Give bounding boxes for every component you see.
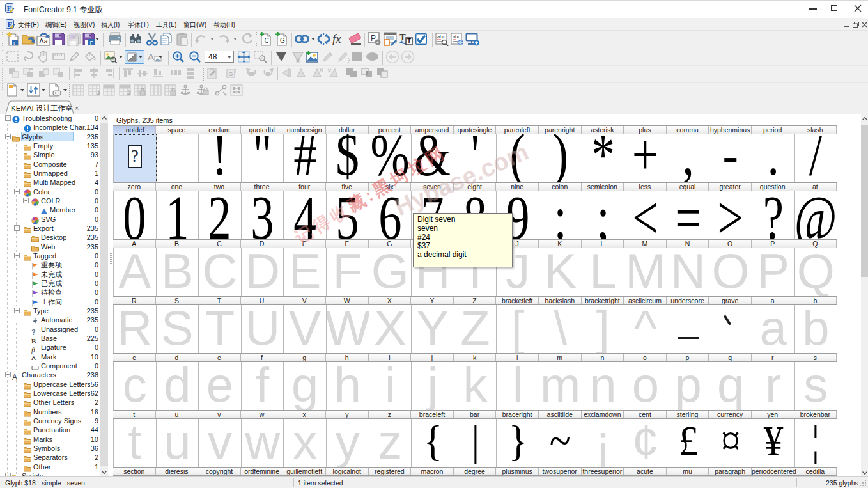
svg-text:Aa: Aa [39,37,48,45]
svg-text:T: T [399,33,406,42]
svg-text:G: G [280,37,285,44]
svg-text:T: T [407,38,411,45]
svg-text:A: A [148,51,154,62]
svg-text:F: F [89,40,93,46]
svg-text:G: G [228,71,233,77]
svg-text:abc: abc [453,34,460,40]
svg-text:C: C [264,37,268,44]
svg-text:F: F [13,40,17,46]
svg-text:abc: abc [437,34,445,40]
